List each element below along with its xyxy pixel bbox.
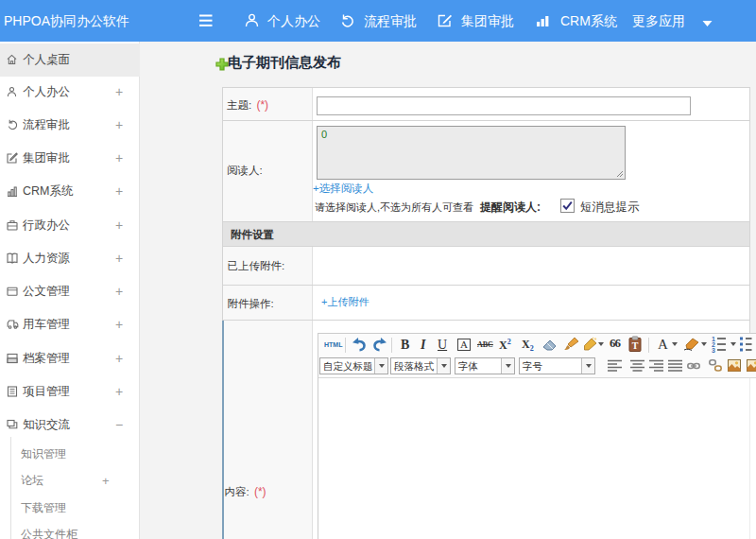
svg-text:T: T <box>632 340 639 351</box>
svg-text:3: 3 <box>712 347 715 353</box>
